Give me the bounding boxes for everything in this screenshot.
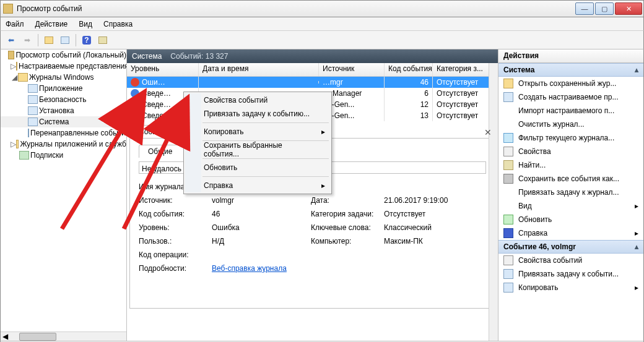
subscription-icon bbox=[19, 151, 29, 160]
action-attach-task[interactable]: Привязать задачу к журнал... bbox=[498, 186, 643, 199]
action-save-all[interactable]: Сохранить все события как... bbox=[498, 172, 643, 186]
show-tree-button[interactable] bbox=[42, 33, 56, 47]
window-title: Просмотр событий bbox=[17, 4, 575, 13]
filter-icon bbox=[503, 133, 513, 143]
action-clear-log[interactable]: Очистить журнал... bbox=[498, 118, 643, 131]
properties-icon bbox=[503, 147, 513, 156]
refresh-icon bbox=[503, 215, 513, 224]
tree-log-application[interactable]: Приложение bbox=[1, 83, 126, 94]
col-level[interactable]: Уровень bbox=[127, 63, 199, 76]
action-refresh[interactable]: Обновить bbox=[498, 213, 643, 226]
context-menu[interactable]: Свойства событий Привязать задачу к собы… bbox=[183, 92, 332, 194]
menu-view[interactable]: Вид bbox=[79, 20, 92, 28]
lbl-level: Уровень: bbox=[139, 223, 212, 232]
event-count: Событий: 13 327 bbox=[170, 52, 228, 61]
actions-group-system[interactable]: Система▴ bbox=[498, 63, 643, 77]
help-button[interactable]: ? bbox=[80, 33, 94, 47]
details-close-icon[interactable]: ✕ bbox=[484, 127, 492, 137]
props-button[interactable] bbox=[58, 33, 72, 47]
val-date: 21.06.2017 9:19:00 bbox=[384, 196, 483, 205]
submenu-arrow-icon: ▸ bbox=[321, 181, 325, 190]
forward-button[interactable]: ➡ bbox=[20, 33, 34, 47]
menu-help[interactable]: Справка bbox=[103, 20, 133, 28]
properties-icon bbox=[503, 255, 513, 265]
lbl-date: Дата: bbox=[311, 196, 384, 205]
tree-log-setup[interactable]: Установка bbox=[1, 105, 126, 116]
info-icon bbox=[131, 89, 139, 98]
attach-icon bbox=[503, 269, 513, 279]
web-help-link[interactable]: Веб-справка журнала bbox=[212, 264, 287, 273]
action-open-saved[interactable]: Открыть сохраненный жур... bbox=[498, 77, 643, 90]
action-create-view[interactable]: Создать настраиваемое пр... bbox=[498, 90, 643, 104]
action-event-attach[interactable]: Привязать задачу к событи... bbox=[498, 267, 643, 281]
log-icon bbox=[28, 106, 38, 115]
ctx-refresh[interactable]: Обновить bbox=[185, 161, 330, 174]
val-source: volmgr bbox=[212, 196, 311, 205]
log-icon bbox=[28, 118, 38, 126]
val-taskcat: Отсутствует bbox=[384, 210, 483, 218]
panel-toggle-button[interactable] bbox=[96, 33, 110, 47]
error-icon bbox=[131, 78, 139, 87]
collapse-icon: ▴ bbox=[635, 242, 638, 251]
maximize-button[interactable]: ▢ bbox=[595, 2, 614, 15]
lbl-computer: Компьютер: bbox=[311, 237, 384, 246]
event-list-header[interactable]: Уровень Дата и время Источник Код событи… bbox=[127, 63, 498, 77]
tree-log-forwarded[interactable]: Перенаправленные события bbox=[1, 127, 126, 139]
action-import-view[interactable]: Импорт настраиваемого п... bbox=[498, 104, 643, 118]
folder-icon bbox=[18, 73, 28, 82]
submenu-arrow-icon: ▸ bbox=[635, 283, 638, 292]
lbl-keywords: Ключевые слова: bbox=[311, 223, 384, 232]
tree-subscriptions[interactable]: Подписки bbox=[1, 150, 126, 161]
tree-root[interactable]: Просмотр событий (Локальный) bbox=[1, 49, 126, 61]
event-row[interactable]: Оши……mgr46Отсутствует bbox=[127, 77, 498, 88]
action-event-properties[interactable]: Свойства событий bbox=[498, 254, 643, 267]
app-icon bbox=[3, 4, 13, 14]
tree-log-system[interactable]: Система bbox=[1, 116, 126, 127]
col-source[interactable]: Источник bbox=[319, 63, 385, 76]
back-button[interactable]: ⬅ bbox=[4, 33, 18, 47]
lbl-user: Пользов.: bbox=[139, 237, 212, 246]
val-level: Ошибка bbox=[212, 223, 311, 232]
help-icon: ? bbox=[82, 36, 91, 45]
save-icon bbox=[503, 174, 513, 184]
tree-hscrollbar[interactable]: ◀ bbox=[1, 331, 126, 341]
tree-app-logs[interactable]: ▷Журналы приложений и служб bbox=[1, 139, 126, 150]
action-filter-log[interactable]: Фильтр текущего журнала... bbox=[498, 131, 643, 145]
center-title: Система bbox=[132, 52, 162, 61]
actions-header: Действия bbox=[498, 49, 643, 63]
tree-custom-views[interactable]: ▷Настраиваемые представления bbox=[1, 61, 126, 72]
action-properties[interactable]: Свойства bbox=[498, 145, 643, 158]
tree-log-security[interactable]: Безопасность bbox=[1, 94, 126, 105]
create-icon bbox=[503, 92, 513, 102]
panel-icon bbox=[45, 36, 53, 44]
menu-action[interactable]: Действие bbox=[35, 20, 68, 28]
lbl-source: Источник: bbox=[139, 196, 212, 205]
folder-icon bbox=[16, 140, 19, 148]
ctx-event-properties[interactable]: Свойства событий bbox=[185, 93, 330, 107]
action-find[interactable]: Найти... bbox=[498, 158, 643, 172]
menu-file[interactable]: Файл bbox=[6, 20, 24, 28]
log-icon bbox=[28, 84, 38, 93]
action-view[interactable]: Вид▸ bbox=[498, 199, 643, 213]
ctx-copy[interactable]: Копировать▸ bbox=[185, 125, 330, 139]
close-button[interactable]: ✕ bbox=[615, 2, 642, 15]
collapse-icon: ▴ bbox=[635, 66, 638, 74]
eventviewer-icon bbox=[8, 51, 15, 59]
action-event-copy[interactable]: Копировать▸ bbox=[498, 281, 643, 294]
find-icon bbox=[503, 160, 513, 170]
lbl-eventid: Код события: bbox=[139, 210, 212, 218]
log-icon bbox=[28, 95, 38, 104]
layout-icon bbox=[98, 36, 107, 44]
ctx-save-selected[interactable]: Сохранить выбранные события... bbox=[185, 143, 330, 156]
center-vscrollbar[interactable] bbox=[489, 63, 498, 341]
minimize-button[interactable]: — bbox=[575, 2, 594, 15]
folder-open-icon bbox=[503, 79, 513, 88]
col-datetime[interactable]: Дата и время bbox=[199, 63, 319, 76]
actions-group-event[interactable]: Событие 46, volmgr▴ bbox=[498, 240, 643, 254]
help-icon bbox=[503, 228, 513, 238]
col-eventid[interactable]: Код события bbox=[385, 63, 433, 76]
ctx-attach-task[interactable]: Привязать задачу к событию... bbox=[185, 107, 330, 121]
action-help[interactable]: Справка▸ bbox=[498, 226, 643, 240]
tree-windows-logs[interactable]: ◢Журналы Windows bbox=[1, 72, 126, 83]
ctx-help[interactable]: Справка▸ bbox=[185, 179, 330, 192]
